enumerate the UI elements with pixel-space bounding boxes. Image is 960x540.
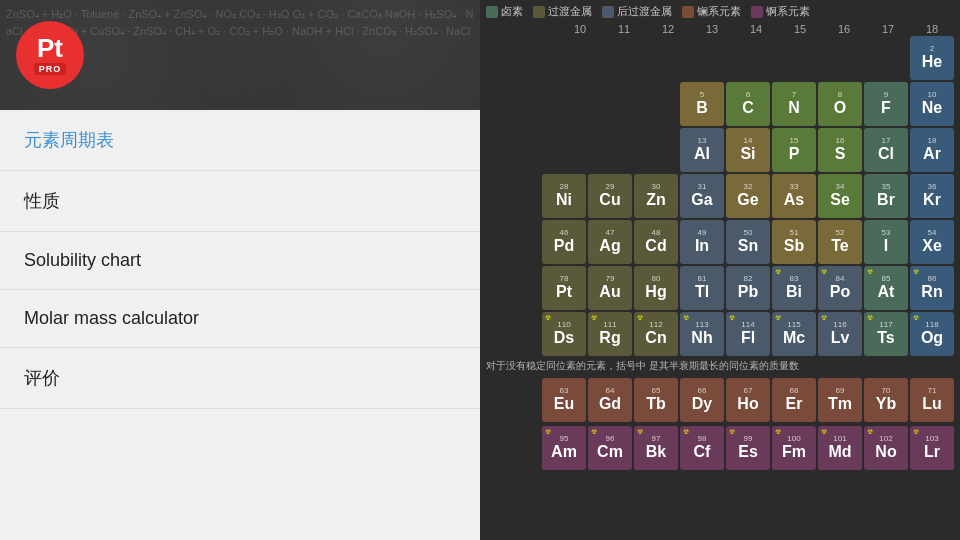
element-cd[interactable]: 48Cd <box>634 220 678 264</box>
logo-pro-badge: PRO <box>34 63 67 75</box>
element-ni[interactable]: 28Ni <box>542 174 586 218</box>
element-bk[interactable]: ☢97Bk <box>634 426 678 470</box>
element-fl[interactable]: ☢114Fl <box>726 312 770 356</box>
legend-dot-transition <box>533 6 545 18</box>
element-ge[interactable]: 32Ge <box>726 174 770 218</box>
logo-symbol: Pt <box>37 35 63 61</box>
nav-item-review[interactable]: 评价 <box>0 348 480 409</box>
element-he[interactable]: 2He <box>910 36 954 80</box>
actinide-row: ☢95Am☢96Cm☢97Bk☢98Cf☢99Es☢100Fm☢101Md☢10… <box>480 424 960 472</box>
element-br[interactable]: 35Br <box>864 174 908 218</box>
element-p[interactable]: 15P <box>772 128 816 172</box>
legend-dot-actinide <box>751 6 763 18</box>
app-logo: Pt PRO <box>16 21 84 89</box>
element-er[interactable]: 68Er <box>772 378 816 422</box>
nav-item-periodic-table[interactable]: 元素周期表 <box>0 110 480 171</box>
element-al[interactable]: 13Al <box>680 128 724 172</box>
pt-row-row5: 46Pd47Ag48Cd49In50Sn51Sb52Te53I54Xe <box>486 220 954 264</box>
element-zn[interactable]: 30Zn <box>634 174 678 218</box>
element-lr[interactable]: ☢103Lr <box>910 426 954 470</box>
group-18: 18 <box>910 23 954 35</box>
element-o[interactable]: 8O <box>818 82 862 126</box>
element-ga[interactable]: 31Ga <box>680 174 724 218</box>
element-fm[interactable]: ☢100Fm <box>772 426 816 470</box>
element-lv[interactable]: ☢116Lv <box>818 312 862 356</box>
element-cf[interactable]: ☢98Cf <box>680 426 724 470</box>
element-dy[interactable]: 66Dy <box>680 378 724 422</box>
element-tb[interactable]: 65Tb <box>634 378 678 422</box>
element-tm[interactable]: 69Tm <box>818 378 862 422</box>
pt-row-row6: 78Pt79Au80Hg81Tl82Pb☢83Bi☢84Po☢85At☢86Rn <box>486 266 954 310</box>
element-ar[interactable]: 18Ar <box>910 128 954 172</box>
element-f[interactable]: 9F <box>864 82 908 126</box>
element-si[interactable]: 14Si <box>726 128 770 172</box>
periodic-table-panel: 卤素 过渡金属 后过渡金属 镧系元素 锕系元素 10 11 12 13 14 1… <box>480 0 960 540</box>
element-po[interactable]: ☢84Po <box>818 266 862 310</box>
element-ts[interactable]: ☢117Ts <box>864 312 908 356</box>
legend-dot-halogen <box>486 6 498 18</box>
element-ag[interactable]: 47Ag <box>588 220 632 264</box>
element-cn[interactable]: ☢112Cn <box>634 312 678 356</box>
group-13: 13 <box>690 23 734 35</box>
pt-row-row2: 5B6C7N8O9F10Ne <box>486 82 954 126</box>
element-gd[interactable]: 64Gd <box>588 378 632 422</box>
group-16: 16 <box>822 23 866 35</box>
element-in[interactable]: 49In <box>680 220 724 264</box>
element-se[interactable]: 34Se <box>818 174 862 218</box>
legend-post-transition: 后过渡金属 <box>602 4 672 19</box>
element-kr[interactable]: 36Kr <box>910 174 954 218</box>
isotope-note: 对于没有稳定同位素的元素，括号中 是其半衰期最长的同位素的质量数 <box>480 356 960 376</box>
element-pt[interactable]: 78Pt <box>542 266 586 310</box>
nav-item-solubility[interactable]: Solubility chart <box>0 232 480 290</box>
pt-row-row1: 2He <box>486 36 954 80</box>
element-pd[interactable]: 46Pd <box>542 220 586 264</box>
element-ne[interactable]: 10Ne <box>910 82 954 126</box>
element-n[interactable]: 7N <box>772 82 816 126</box>
legend-lanthanide: 镧系元素 <box>682 4 741 19</box>
element-am[interactable]: ☢95Am <box>542 426 586 470</box>
group-12: 12 <box>646 23 690 35</box>
sidebar-navigation: 元素周期表 性质 Solubility chart Molar mass cal… <box>0 110 480 540</box>
element-ho[interactable]: 67Ho <box>726 378 770 422</box>
element-xe[interactable]: 54Xe <box>910 220 954 264</box>
group-10: 10 <box>558 23 602 35</box>
element-pb[interactable]: 82Pb <box>726 266 770 310</box>
legend-actinide: 锕系元素 <box>751 4 810 19</box>
element-rn[interactable]: ☢86Rn <box>910 266 954 310</box>
element-hg[interactable]: 80Hg <box>634 266 678 310</box>
element-cm[interactable]: ☢96Cm <box>588 426 632 470</box>
element-te[interactable]: 52Te <box>818 220 862 264</box>
element-mc[interactable]: ☢115Mc <box>772 312 816 356</box>
element-lu[interactable]: 71Lu <box>910 378 954 422</box>
element-no[interactable]: ☢102No <box>864 426 908 470</box>
element-ds[interactable]: ☢110Ds <box>542 312 586 356</box>
nav-item-molar-mass[interactable]: Molar mass calculator <box>0 290 480 348</box>
element-rg[interactable]: ☢111Rg <box>588 312 632 356</box>
element-tl[interactable]: 81Tl <box>680 266 724 310</box>
element-es[interactable]: ☢99Es <box>726 426 770 470</box>
pt-row-row3: 13Al14Si15P16S17Cl18Ar <box>486 128 954 172</box>
element-yb[interactable]: 70Yb <box>864 378 908 422</box>
element-nh[interactable]: ☢113Nh <box>680 312 724 356</box>
element-og[interactable]: ☢118Og <box>910 312 954 356</box>
element-b[interactable]: 5B <box>680 82 724 126</box>
element-cu[interactable]: 29Cu <box>588 174 632 218</box>
element-md[interactable]: ☢101Md <box>818 426 862 470</box>
element-c[interactable]: 6C <box>726 82 770 126</box>
group-14: 14 <box>734 23 778 35</box>
element-cl[interactable]: 17Cl <box>864 128 908 172</box>
element-i[interactable]: 53I <box>864 220 908 264</box>
element-sb[interactable]: 51Sb <box>772 220 816 264</box>
element-sn[interactable]: 50Sn <box>726 220 770 264</box>
legend-dot-lanthanide <box>682 6 694 18</box>
element-eu[interactable]: 63Eu <box>542 378 586 422</box>
element-bi[interactable]: ☢83Bi <box>772 266 816 310</box>
element-as[interactable]: 33As <box>772 174 816 218</box>
element-s[interactable]: 16S <box>818 128 862 172</box>
group-11: 11 <box>602 23 646 35</box>
group-17: 17 <box>866 23 910 35</box>
element-au[interactable]: 79Au <box>588 266 632 310</box>
nav-item-properties[interactable]: 性质 <box>0 171 480 232</box>
group-15: 15 <box>778 23 822 35</box>
element-at[interactable]: ☢85At <box>864 266 908 310</box>
